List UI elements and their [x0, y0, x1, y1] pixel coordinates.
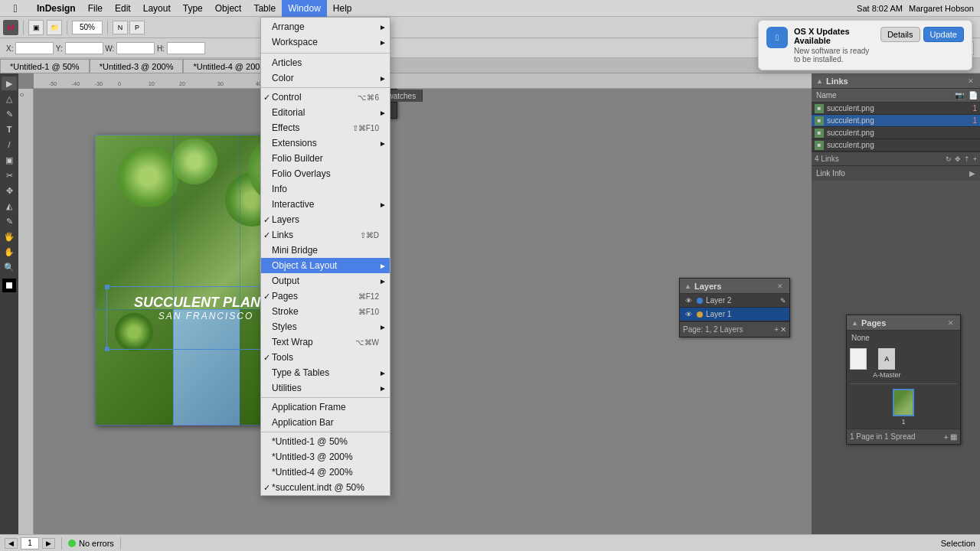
- menu-links[interactable]: ✓ Links ⇧⌘D: [261, 227, 390, 243]
- transform-tool[interactable]: ✥: [2, 184, 17, 197]
- menu-folio-overlays[interactable]: Folio Overlays: [261, 166, 390, 181]
- menu-bar:  InDesign File Edit Layout Type Object …: [0, 0, 980, 17]
- link-row-2[interactable]: ■ succulent.png 1: [812, 115, 980, 127]
- links-icon1[interactable]: ↻: [946, 155, 952, 163]
- y-field[interactable]: [65, 42, 103, 54]
- menu-tools[interactable]: ✓ Tools: [261, 350, 390, 365]
- links-icon3[interactable]: ⇡: [964, 155, 970, 163]
- links-panel-close[interactable]: ✕: [968, 77, 975, 85]
- pages-panel-header[interactable]: ▲ Pages ✕: [847, 315, 960, 331]
- links-icon4[interactable]: +: [973, 155, 977, 163]
- eyedropper-tool[interactable]: 🖐: [2, 230, 17, 243]
- pages-add-icon[interactable]: +: [944, 432, 949, 442]
- link-row-4[interactable]: ■ succulent.png: [812, 139, 980, 152]
- link-info-expand-icon[interactable]: ▶: [969, 169, 975, 178]
- scissors-tool[interactable]: ✂: [2, 168, 17, 182]
- menu-layout[interactable]: Layout: [137, 0, 177, 17]
- new-doc-icon[interactable]: ▣: [28, 20, 44, 35]
- zoom-control[interactable]: [72, 21, 103, 34]
- h-field[interactable]: [167, 42, 205, 54]
- zoom-input[interactable]: [72, 21, 103, 34]
- pages-close-btn[interactable]: ✕: [948, 319, 956, 327]
- open-icon[interactable]: 📁: [47, 20, 62, 35]
- links-icon2[interactable]: ✥: [955, 155, 961, 163]
- type-tool[interactable]: T: [2, 122, 17, 136]
- menu-workspace[interactable]: ► Workspace: [261, 34, 390, 50]
- page1-thumb[interactable]: 1: [893, 389, 914, 425]
- menu-object-layout[interactable]: ► Object & Layout: [261, 258, 390, 273]
- note-tool[interactable]: ✎: [2, 214, 17, 228]
- link-row-3[interactable]: ■ succulent.png: [812, 127, 980, 139]
- gradient-tool[interactable]: ◭: [2, 199, 17, 213]
- selection-tool[interactable]: ▶: [2, 77, 17, 90]
- view-preview-btn[interactable]: P: [129, 21, 145, 34]
- menu-type[interactable]: Type: [177, 0, 209, 17]
- notification-update-btn[interactable]: Update: [923, 27, 964, 42]
- layer2-edit-icon[interactable]: ✎: [780, 297, 786, 305]
- rect-tool[interactable]: ▣: [2, 153, 17, 167]
- pages-layout-icon[interactable]: ▦: [950, 432, 957, 441]
- page-number-input[interactable]: [21, 537, 39, 549]
- handle-bl[interactable]: [105, 347, 109, 351]
- layers-close-btn[interactable]: ✕: [777, 282, 785, 290]
- menu-editorial[interactable]: ► Editorial: [261, 105, 390, 120]
- menu-type-tables[interactable]: ► Type & Tables: [261, 365, 390, 380]
- menu-window[interactable]: Window: [282, 0, 327, 17]
- menu-extensions[interactable]: ► Extensions: [261, 135, 390, 151]
- menu-effects[interactable]: Effects ⇧⌘F10: [261, 120, 390, 135]
- line-tool[interactable]: /: [2, 138, 17, 152]
- notification-details-btn[interactable]: Details: [880, 27, 920, 42]
- fill-stroke-icon[interactable]: [2, 279, 16, 292]
- menu-doc-untitled4[interactable]: *Untitled-4 @ 200%: [261, 465, 390, 480]
- layer-row-2[interactable]: 👁 Layer 2 ✎: [680, 294, 789, 308]
- link-num-1: 1: [972, 104, 977, 112]
- tab-untitled3[interactable]: *Untitled-3 @ 200%: [90, 59, 184, 73]
- menu-pages[interactable]: ✓ Pages ⌘F12: [261, 289, 390, 304]
- menu-info[interactable]: Info: [261, 181, 390, 197]
- hand-tool[interactable]: ✋: [2, 245, 17, 259]
- menu-color-item[interactable]: ► Color: [261, 70, 390, 86]
- handle-tl[interactable]: [105, 285, 109, 289]
- menu-app-frame[interactable]: Application Frame: [261, 399, 390, 415]
- w-field[interactable]: [116, 42, 155, 54]
- menu-mini-bridge[interactable]: Mini Bridge: [261, 243, 390, 258]
- menu-styles[interactable]: ► Styles: [261, 319, 390, 334]
- layer1-eye[interactable]: 👁: [683, 309, 694, 320]
- menu-folio-builder[interactable]: Folio Builder: [261, 151, 390, 166]
- prev-page-btn[interactable]: ◀: [5, 538, 18, 549]
- menu-app-bar[interactable]: Application Bar: [261, 415, 390, 430]
- layer-row-1[interactable]: 👁 Layer 1: [680, 308, 789, 321]
- next-page-btn[interactable]: ▶: [42, 538, 55, 549]
- menu-file[interactable]: File: [82, 0, 109, 17]
- status-bar: ◀ ▶ No errors Selection: [0, 534, 980, 551]
- layers-add-icon[interactable]: +: [774, 325, 779, 334]
- layers-delete-icon[interactable]: ✕: [780, 325, 786, 334]
- menu-doc-untitled3[interactable]: *Untitled-3 @ 200%: [261, 449, 390, 465]
- menu-output[interactable]: ► Output: [261, 273, 390, 289]
- layers-panel-header[interactable]: ▲ Layers ✕: [680, 279, 789, 294]
- menu-doc-succulent[interactable]: ✓ *succulent.indt @ 50%: [261, 480, 390, 495]
- x-field[interactable]: [15, 42, 54, 54]
- menu-arrange[interactable]: ► Arrange: [261, 19, 390, 34]
- menu-stroke[interactable]: Stroke ⌘F10: [261, 304, 390, 319]
- menu-edit[interactable]: Edit: [109, 0, 137, 17]
- links-panel-header[interactable]: ▲ Links ✕: [812, 73, 980, 89]
- tab-untitled1[interactable]: *Untitled-1 @ 50%: [0, 59, 90, 73]
- menu-utilities[interactable]: ► Utilities: [261, 380, 390, 396]
- menu-text-wrap[interactable]: Text Wrap ⌥⌘W: [261, 334, 390, 350]
- menu-interactive[interactable]: ► Interactive: [261, 197, 390, 212]
- direct-select-tool[interactable]: △: [2, 92, 17, 106]
- zoom-tool[interactable]: 🔍: [2, 260, 17, 274]
- view-normal-btn[interactable]: N: [113, 21, 128, 34]
- menu-table[interactable]: Table: [247, 0, 282, 17]
- menu-object[interactable]: Object: [209, 0, 248, 17]
- menu-articles[interactable]: Articles: [261, 55, 390, 70]
- link-info-section[interactable]: Link Info ▶: [812, 165, 980, 181]
- pen-tool[interactable]: ✎: [2, 107, 17, 121]
- menu-help[interactable]: Help: [327, 0, 358, 17]
- layer2-eye[interactable]: 👁: [683, 295, 694, 306]
- menu-control[interactable]: ✓ Control ⌥⌘6: [261, 90, 390, 105]
- menu-layers[interactable]: ✓ Layers: [261, 212, 390, 227]
- link-row-1[interactable]: ■ succulent.png 1: [812, 103, 980, 115]
- menu-doc-untitled1[interactable]: *Untitled-1 @ 50%: [261, 434, 390, 449]
